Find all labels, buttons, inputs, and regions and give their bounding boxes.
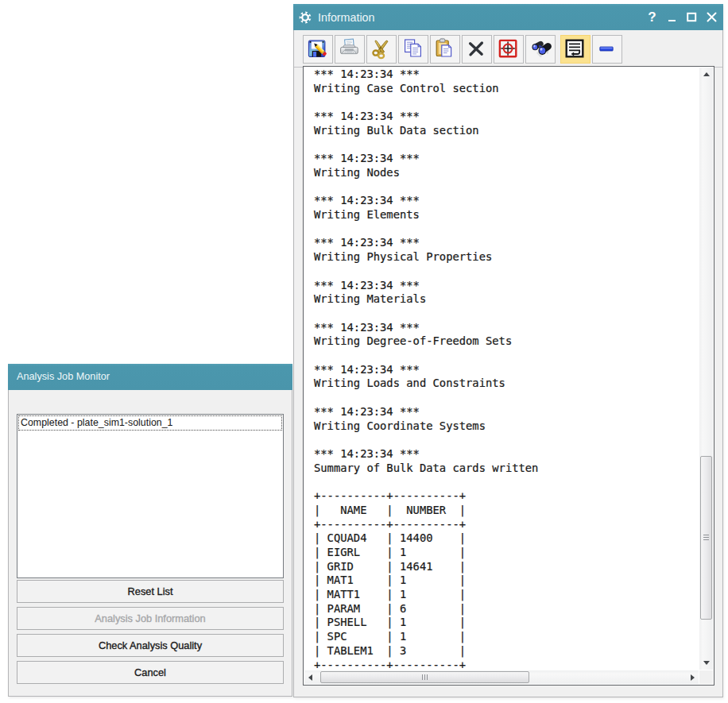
- vertical-scroll-thumb[interactable]: [700, 456, 712, 620]
- close-button[interactable]: [702, 4, 722, 30]
- information-text-area[interactable]: *** 14:23:34 *** Writing Case Control se…: [303, 66, 714, 686]
- check-analysis-quality-button[interactable]: Check Analysis Quality: [17, 634, 284, 657]
- print-icon: [338, 37, 362, 61]
- maximize-button[interactable]: [682, 4, 702, 30]
- gear-icon: [299, 11, 312, 24]
- scroll-right-arrow-icon[interactable]: [691, 674, 695, 681]
- horizontal-scroll-thumb[interactable]: [320, 671, 529, 683]
- scroll-grip: [422, 674, 428, 680]
- save-icon: [306, 37, 330, 61]
- word-wrap-button[interactable]: [560, 35, 591, 64]
- log-text: *** 14:23:34 *** Writing Case Control se…: [304, 67, 699, 670]
- scroll-left-arrow-icon[interactable]: [308, 674, 312, 681]
- job-monitor-title: Analysis Job Monitor: [17, 371, 110, 382]
- cut-button[interactable]: [366, 35, 397, 64]
- horizontal-scrollbar[interactable]: [304, 670, 699, 684]
- vertical-scrollbar[interactable]: [699, 68, 713, 670]
- analysis-job-information-button[interactable]: Analysis Job Information: [17, 607, 284, 630]
- job-list-item[interactable]: Completed - plate_sim1-solution_1: [18, 415, 282, 431]
- scroll-down-arrow-icon[interactable]: [703, 661, 710, 665]
- job-list[interactable]: Completed - plate_sim1-solution_1: [17, 414, 284, 578]
- select-target-button[interactable]: [494, 35, 524, 64]
- paste-icon: [433, 37, 457, 61]
- minus-icon: [595, 37, 619, 61]
- close-icon: [707, 12, 717, 22]
- information-window: Information ?: [293, 4, 723, 697]
- reset-list-button[interactable]: Reset List: [17, 580, 284, 603]
- job-monitor-titlebar[interactable]: Analysis Job Monitor: [8, 364, 292, 390]
- copy-button[interactable]: [398, 35, 428, 64]
- help-button[interactable]: ?: [642, 4, 662, 30]
- collapse-button[interactable]: [592, 35, 622, 64]
- scrollbar-corner: [699, 670, 713, 684]
- save-button[interactable]: [303, 35, 333, 64]
- maximize-icon: [687, 12, 697, 22]
- paste-button[interactable]: [430, 35, 460, 64]
- find-button[interactable]: [525, 35, 556, 64]
- word-wrap-icon: [563, 37, 587, 61]
- delete-button[interactable]: [462, 35, 492, 64]
- scroll-up-arrow-icon[interactable]: [703, 72, 710, 76]
- print-button[interactable]: [335, 35, 365, 64]
- minimize-button[interactable]: [662, 4, 682, 30]
- binoculars-icon: [529, 37, 552, 61]
- information-titlebar[interactable]: Information ?: [293, 4, 723, 30]
- delete-icon: [465, 37, 489, 61]
- target-icon: [497, 37, 521, 61]
- analysis-job-monitor-dialog: Analysis Job Monitor Completed - plate_s…: [8, 364, 292, 697]
- copy-icon: [401, 37, 425, 61]
- information-toolbar: [294, 30, 722, 68]
- minimize-icon: [668, 13, 677, 22]
- cut-icon: [370, 37, 393, 61]
- information-title: Information: [318, 11, 375, 24]
- cancel-button[interactable]: Cancel: [17, 661, 284, 684]
- scroll-grip: [703, 535, 709, 541]
